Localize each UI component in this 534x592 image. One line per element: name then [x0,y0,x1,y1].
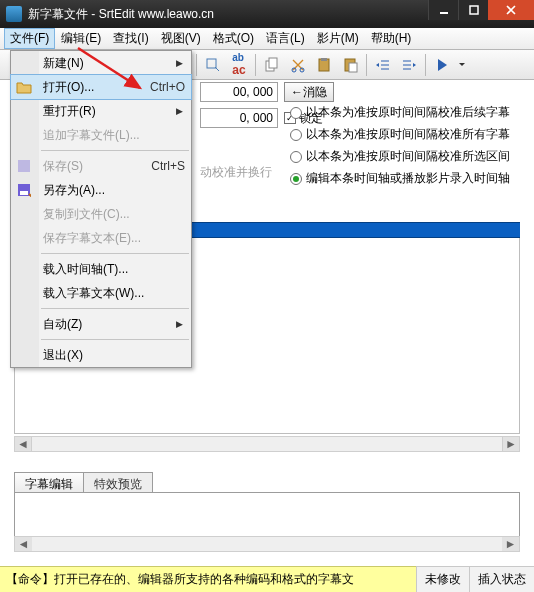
find-icon[interactable] [201,53,225,77]
menu-help[interactable]: 帮助(H) [365,28,418,49]
menu-edit[interactable]: 编辑(E) [55,28,107,49]
title-bar: 新字幕文件 - SrtEdit www.leawo.cn [0,0,534,28]
menu-load-sub-text[interactable]: 载入字幕文本(W)... [11,281,191,305]
menu-auto[interactable]: 自动(Z) [11,312,191,336]
file-menu-dropdown: 新建(N) 打开(O)...Ctrl+O 重打开(R) 追加字幕文件(L)...… [10,50,192,368]
menu-open[interactable]: 打开(O)...Ctrl+O [11,75,191,99]
menu-format[interactable]: 格式(O) [207,28,260,49]
scroll-left-icon[interactable]: ◄ [15,437,32,451]
play-icon[interactable] [430,53,454,77]
minimize-button[interactable] [428,0,458,20]
menu-bar: 文件(F) 编辑(E) 查找(I) 视图(V) 格式(O) 语言(L) 影片(M… [0,28,534,50]
svg-rect-0 [440,12,448,14]
radio-edit[interactable]: 编辑本条时间轴或播放影片录入时间轴 [290,170,510,187]
radio-all[interactable]: 以本条为准按原时间间隔校准所有字幕 [290,126,510,143]
svg-rect-11 [18,160,30,172]
menu-append-subtitle[interactable]: 追加字幕文件(L)... [11,123,191,147]
replace-icon[interactable]: abac [227,53,251,77]
toolbar-sep [196,54,197,76]
play-dropdown-icon[interactable] [456,53,468,77]
menu-find[interactable]: 查找(I) [107,28,154,49]
folder-open-icon [15,78,33,96]
svg-rect-4 [269,58,277,68]
clear-hide-button[interactable]: ←消隐 [284,82,334,102]
status-command-text: 【命令】打开已存在的、编辑器所支持的各种编码和格式的字幕文 [0,566,416,592]
svg-rect-8 [321,58,327,61]
menu-lang[interactable]: 语言(L) [260,28,311,49]
indent-icon[interactable] [397,53,421,77]
svg-rect-2 [207,59,216,68]
toolbar-sep [255,54,256,76]
duration-input[interactable]: 0, 000 [200,108,278,128]
scroll-right-icon[interactable]: ► [502,537,519,551]
menu-reopen[interactable]: 重打开(R) [11,99,191,123]
subtitle-edit-box[interactable] [14,492,520,538]
menu-copy-to-file[interactable]: 复制到文件(C)... [11,202,191,226]
toolbar-sep [425,54,426,76]
app-icon [6,6,22,22]
menu-save-as[interactable]: 另存为(A)... [11,178,191,202]
h-scrollbar[interactable]: ◄ ► [14,436,520,452]
paste-icon[interactable] [312,53,336,77]
scroll-left-icon[interactable]: ◄ [15,537,32,551]
status-bar: 【命令】打开已存在的、编辑器所支持的各种编码和格式的字幕文 未修改 插入状态 [0,566,534,592]
menu-save-sub-text[interactable]: 保存字幕文本(E)... [11,226,191,250]
radio-selection[interactable]: 以本条为准按原时间间隔校准所选区间 [290,148,510,165]
cut-icon[interactable] [286,53,310,77]
save-as-icon [15,181,33,199]
menu-file[interactable]: 文件(F) [4,28,55,49]
maximize-button[interactable] [458,0,488,20]
menu-view[interactable]: 视图(V) [155,28,207,49]
align-mode-group: 以本条为准按原时间间隔校准后续字幕 以本条为准按原时间间隔校准所有字幕 以本条为… [290,104,510,192]
scroll-right-icon[interactable]: ► [502,437,519,451]
status-modified: 未修改 [416,566,469,592]
copy-icon[interactable] [260,53,284,77]
time-end-input[interactable]: 00, 000 [200,82,278,102]
h-scrollbar-bottom[interactable]: ◄ ► [14,536,520,552]
status-insert-mode: 插入状态 [469,566,534,592]
svg-rect-1 [470,6,478,14]
menu-save[interactable]: 保存(S)Ctrl+S [11,154,191,178]
menu-movie[interactable]: 影片(M) [311,28,365,49]
svg-rect-10 [349,63,357,72]
outdent-icon[interactable] [371,53,395,77]
radio-after[interactable]: 以本条为准按原时间间隔校准后续字幕 [290,104,510,121]
toolbar-sep [366,54,367,76]
close-button[interactable] [488,0,534,20]
menu-load-timeline[interactable]: 载入时间轴(T)... [11,257,191,281]
svg-rect-13 [20,191,28,195]
menu-new[interactable]: 新建(N) [11,51,191,75]
menu-exit[interactable]: 退出(X) [11,343,191,367]
disabled-desc-text: 动校准并换行 [200,164,272,181]
save-icon [15,157,33,175]
paste2-icon[interactable] [338,53,362,77]
